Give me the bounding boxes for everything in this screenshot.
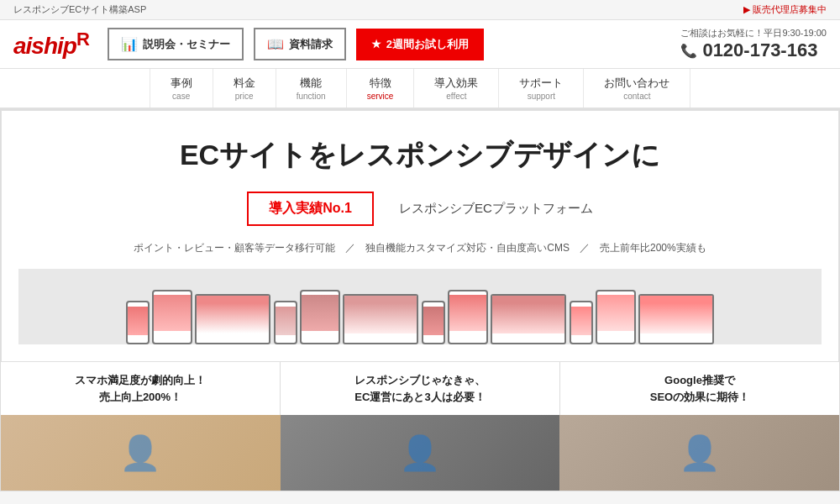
trial-label: 2週間お試し利用 xyxy=(386,37,469,52)
nav-item-support[interactable]: サポート support xyxy=(499,69,584,108)
site-label: レスポンシブECサイト構築ASP xyxy=(13,3,146,16)
nav-label-ja: 特徴 xyxy=(370,76,391,91)
hero-features: ポイント・レビュー・顧客等データ移行可能 ／ 独自機能カスタマイズ対応・自由度高… xyxy=(18,241,822,255)
device-desktop xyxy=(491,294,566,344)
hero-subtitle: レスポンシブECプラットフォーム xyxy=(399,201,593,217)
bottom-images: 👤 👤 👤 xyxy=(1,415,839,491)
docs-icon: 📖 xyxy=(267,36,284,52)
nav-label-ja: サポート xyxy=(519,76,563,91)
device-group-1 xyxy=(126,290,270,344)
device-desktop xyxy=(195,294,270,344)
logo: aishipR xyxy=(13,29,89,60)
card-1: スマホ満足度が劇的向上！売上向上200%！ xyxy=(1,362,281,415)
nav-item-price[interactable]: 料金 price xyxy=(213,69,276,108)
card-2: レスポンシブじゃなきゃ、EC運営にあと3人は必要！ xyxy=(281,362,560,415)
contact-info: ご相談はお気軽に！平日9:30-19:00 📞 0120-173-163 xyxy=(680,27,827,61)
nav-label-ja: 料金 xyxy=(234,76,255,91)
person-icon-3: 👤 xyxy=(559,415,839,491)
nav-label-en: support xyxy=(528,92,555,101)
docs-label: 資料請求 xyxy=(289,37,333,52)
bottom-image-2: 👤 xyxy=(281,415,560,491)
nav-label-en: case xyxy=(172,92,190,101)
bottom-image-3: 👤 xyxy=(559,415,839,491)
hero-title: ECサイトをレスポンシブデザインに xyxy=(18,136,822,175)
nav-label-en: price xyxy=(235,92,254,101)
card-text-3: Google推奨でSEOの効果に期待！ xyxy=(574,372,826,405)
device-tablet xyxy=(448,290,488,344)
nav-item-effect[interactable]: 導入効果 effect xyxy=(414,69,499,108)
seminar-label: 説明会・セミナー xyxy=(143,37,230,52)
hero-section: ECサイトをレスポンシブデザインに 導入実績No.1 レスポンシブECプラットフ… xyxy=(0,109,840,491)
docs-button[interactable]: 📖 資料請求 xyxy=(254,28,346,60)
card-3: Google推奨でSEOの効果に期待！ xyxy=(560,362,839,415)
nav-label-ja: お問い合わせ xyxy=(604,76,669,91)
phone-number: 📞 0120-173-163 xyxy=(680,39,827,61)
device-group-2 xyxy=(274,290,418,344)
device-group-3 xyxy=(422,290,566,344)
device-phone xyxy=(274,301,297,344)
person-icon-2: 👤 xyxy=(281,415,560,491)
seminar-icon: 📊 xyxy=(121,36,138,52)
hero-middle: 導入実績No.1 レスポンシブECプラットフォーム xyxy=(18,192,822,226)
nav-item-function[interactable]: 機能 function xyxy=(276,69,347,108)
device-tablet xyxy=(152,290,192,344)
device-tablet xyxy=(596,290,636,344)
nav-label-en: contact xyxy=(623,92,650,101)
nav-item-case[interactable]: 事例 case xyxy=(150,69,213,108)
nav-label-en: service xyxy=(367,92,394,101)
top-bar: レスポンシブECサイト構築ASP 販売代理店募集中 xyxy=(0,0,840,20)
cards-row: スマホ満足度が劇的向上！売上向上200%！ レスポンシブじゃなきゃ、EC運営にあ… xyxy=(1,362,839,415)
device-desktop xyxy=(638,294,714,344)
device-showcase xyxy=(18,269,822,344)
device-tablet xyxy=(300,290,340,344)
device-phone xyxy=(422,301,445,344)
hero-badge: 導入実績No.1 xyxy=(247,192,374,226)
nav-label-ja: 事例 xyxy=(171,76,192,91)
nav-item-contact[interactable]: お問い合わせ contact xyxy=(584,69,690,108)
card-text-1: スマホ満足度が劇的向上！売上向上200%！ xyxy=(14,372,266,405)
contact-hours: ご相談はお気軽に！平日9:30-19:00 xyxy=(680,27,827,39)
nav-item-service[interactable]: 特徴 service xyxy=(347,69,415,108)
nav-label-en: function xyxy=(297,92,326,101)
card-text-2: レスポンシブじゃなきゃ、EC運営にあと3人は必要！ xyxy=(294,372,546,405)
trial-button[interactable]: ★ 2週間お試し利用 xyxy=(356,29,484,60)
recruit-link[interactable]: 販売代理店募集中 xyxy=(743,3,827,16)
bottom-image-1: 👤 xyxy=(1,415,281,491)
phone-icon: 📞 xyxy=(680,43,697,59)
hero-content: ECサイトをレスポンシブデザインに 導入実績No.1 レスポンシブECプラットフ… xyxy=(1,110,839,362)
device-phone xyxy=(126,301,150,344)
device-desktop xyxy=(343,294,418,344)
device-phone xyxy=(570,301,593,344)
main-nav: 事例 case 料金 price 機能 function 特徴 service … xyxy=(0,69,840,109)
header: aishipR 📊 説明会・セミナー 📖 資料請求 ★ 2週間お試し利用 ご相談… xyxy=(0,20,840,69)
device-group-4 xyxy=(570,290,714,344)
trial-star-icon: ★ xyxy=(371,38,381,50)
person-icon-1: 👤 xyxy=(1,415,281,491)
seminar-button[interactable]: 📊 説明会・セミナー xyxy=(108,28,244,60)
nav-label-ja: 導入効果 xyxy=(434,76,478,91)
nav-label-en: effect xyxy=(446,92,466,101)
nav-label-ja: 機能 xyxy=(300,76,322,91)
